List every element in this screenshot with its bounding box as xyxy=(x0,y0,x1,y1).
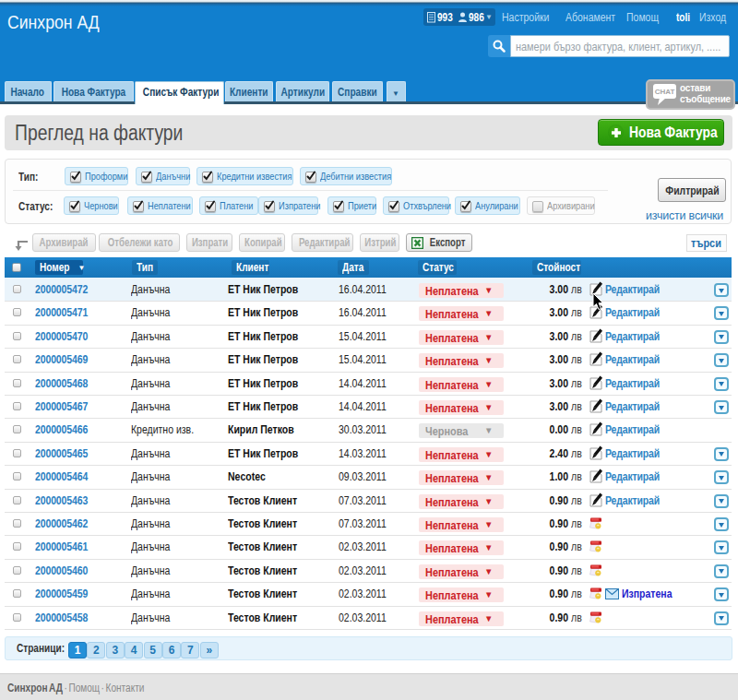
svg-text:CHAT: CHAT xyxy=(655,88,675,96)
